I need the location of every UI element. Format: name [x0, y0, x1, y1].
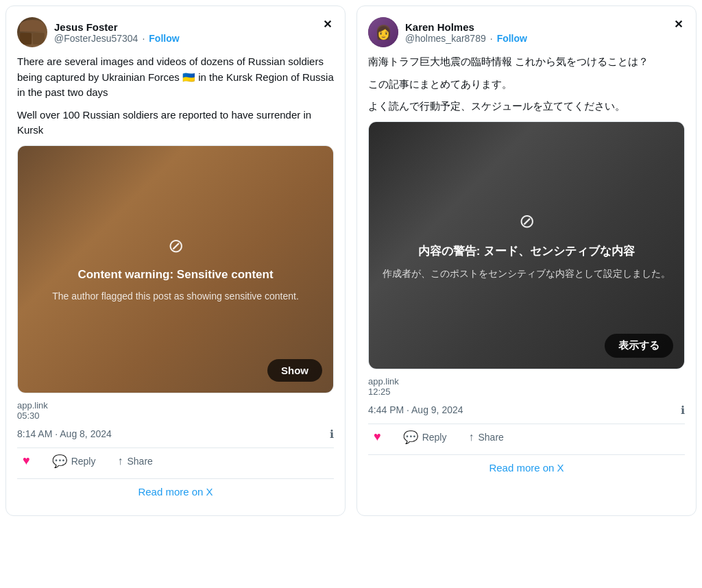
like-button-1[interactable]: ♥ — [17, 451, 36, 471]
tweet-text-jp1: 南海トラフ巨大地震の臨時情報 これから気をつけることは？ — [368, 54, 685, 70]
reply-label-1: Reply — [71, 456, 96, 467]
tweet-text-jp2: この記事にまとめてあります。 — [368, 77, 685, 93]
actions-1: ♥ 💬 Reply ↑ Share — [17, 448, 334, 471]
tweet-text-p2: Well over 100 Russian soldiers are repor… — [17, 108, 334, 138]
share-button-2[interactable]: ↑ Share — [463, 428, 509, 446]
show-button-1[interactable]: Show — [267, 359, 322, 382]
eye-icon-2: ⊘ — [519, 210, 535, 232]
x-logo-2[interactable]: ✕ — [671, 17, 685, 31]
x-logo-1[interactable]: ✕ — [320, 17, 334, 31]
tweet-header-left-1: Jesus Foster @FosterJesu57304 · Follow — [17, 17, 180, 47]
tweets-container: Jesus Foster @FosterJesu57304 · Follow ✕… — [0, 0, 702, 522]
show-button-2[interactable]: 表示する — [605, 334, 673, 358]
share-icon-2: ↑ — [468, 431, 474, 443]
timestamp-1: 8:14 AM · Aug 8, 2024 — [17, 428, 112, 439]
timestamp-2: 4:44 PM · Aug 9, 2024 — [368, 404, 463, 415]
reply-button-1[interactable]: 💬 Reply — [47, 451, 101, 471]
follow-button-1[interactable]: Follow — [149, 33, 179, 44]
link-preview-1: app.link 05:30 — [17, 400, 334, 421]
display-name-2: Karen Holmes — [405, 21, 527, 33]
avatar-2: 👩 — [368, 17, 398, 47]
tweet-body-2: 南海トラフ巨大地震の臨時情報 これから気をつけることは？ この記事にまとめてあり… — [368, 54, 685, 114]
user-info-1: Jesus Foster @FosterJesu57304 · Follow — [54, 21, 180, 44]
share-button-1[interactable]: ↑ Share — [112, 452, 158, 470]
warning-title-1: Content warning: Sensitive content — [77, 268, 273, 282]
info-row-2: 4:44 PM · Aug 9, 2024 ℹ — [368, 404, 685, 417]
video-time-1: 05:30 — [17, 411, 334, 421]
link-preview-2: app.link 12:25 — [368, 376, 685, 397]
media-card-2: ⊘ 内容の警告: ヌード、センシティブな内容 作成者が、このポストをセンシティブ… — [368, 121, 685, 369]
tweet-text-jp3: よく読んで行動予定、スケジュールを立ててください。 — [368, 99, 685, 114]
warning-body-2: 作成者が、このポストをセンシティブな内容として設定しました。 — [383, 267, 670, 281]
bubble-icon-1: 💬 — [52, 454, 67, 469]
link-url-2: app.link — [368, 376, 685, 387]
tweet-header-2: 👩 Karen Holmes @holmes_kar8789 · Follow … — [368, 17, 685, 47]
warning-body-1: The author flagged this post as showing … — [52, 290, 299, 304]
follow-button-2[interactable]: Follow — [497, 33, 527, 44]
tweet-card-1: Jesus Foster @FosterJesu57304 · Follow ✕… — [5, 5, 346, 516]
tweet-body-1: There are several images and videos of d… — [17, 54, 334, 138]
info-row-1: 8:14 AM · Aug 8, 2024 ℹ — [17, 428, 334, 441]
handle-follow-2: @holmes_kar8789 · Follow — [405, 33, 527, 44]
eye-icon-1: ⊘ — [168, 234, 184, 257]
like-button-2[interactable]: ♥ — [368, 427, 387, 447]
bubble-icon-2: 💬 — [403, 430, 418, 445]
tweet-header-left-2: 👩 Karen Holmes @holmes_kar8789 · Follow — [368, 17, 527, 47]
share-label-1: Share — [127, 456, 152, 467]
tweet-header-1: Jesus Foster @FosterJesu57304 · Follow ✕ — [17, 17, 334, 47]
link-url-1: app.link — [17, 400, 334, 411]
sensitive-overlay-2: ⊘ 内容の警告: ヌード、センシティブな内容 作成者が、このポストをセンシティブ… — [369, 122, 684, 369]
reply-button-2[interactable]: 💬 Reply — [398, 427, 452, 448]
user-info-2: Karen Holmes @holmes_kar8789 · Follow — [405, 21, 527, 44]
media-card-1: ⊘ Content warning: Sensitive content The… — [17, 145, 334, 393]
heart-icon-1: ♥ — [23, 454, 30, 468]
sensitive-overlay-1: ⊘ Content warning: Sensitive content The… — [18, 146, 333, 393]
avatar-1 — [17, 17, 47, 47]
share-label-2: Share — [478, 432, 503, 443]
handle-follow-1: @FosterJesu57304 · Follow — [54, 33, 180, 44]
video-time-2: 12:25 — [368, 387, 685, 397]
handle-1: @FosterJesu57304 — [54, 33, 138, 44]
warning-title-2: 内容の警告: ヌード、センシティブな内容 — [418, 243, 635, 259]
tweet-card-2: 👩 Karen Holmes @holmes_kar8789 · Follow … — [356, 5, 697, 516]
info-icon-2[interactable]: ℹ — [681, 404, 685, 417]
tweet-text-p1: There are several images and videos of d… — [17, 54, 334, 101]
actions-2: ♥ 💬 Reply ↑ Share — [368, 424, 685, 448]
display-name-1: Jesus Foster — [54, 21, 180, 33]
heart-icon-2: ♥ — [374, 430, 381, 444]
info-icon-1[interactable]: ℹ — [330, 428, 334, 441]
reply-label-2: Reply — [422, 432, 447, 443]
share-icon-1: ↑ — [117, 455, 123, 467]
read-more-2[interactable]: Read more on X — [368, 454, 685, 480]
handle-2: @holmes_kar8789 — [405, 33, 486, 44]
read-more-1[interactable]: Read more on X — [17, 478, 334, 504]
